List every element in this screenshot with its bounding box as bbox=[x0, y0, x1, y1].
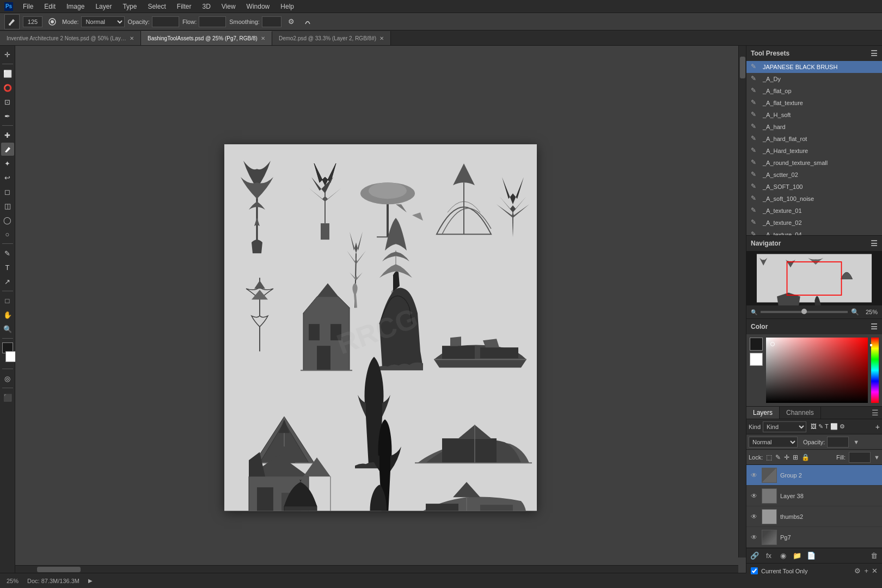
add-mask-icon[interactable]: ◉ bbox=[778, 551, 788, 561]
layers-panel-menu[interactable]: ☰ bbox=[872, 408, 879, 417]
quick-mask-button[interactable]: ◎ bbox=[1, 372, 14, 385]
zoom-slider[interactable] bbox=[761, 311, 848, 313]
mode-select[interactable]: Normal bbox=[81, 16, 125, 27]
opacity-arrow[interactable]: ▼ bbox=[853, 439, 859, 445]
footer-icon-1[interactable]: ⚙ bbox=[854, 567, 861, 575]
preset-item-1[interactable]: ✎ _A_Dy bbox=[746, 73, 882, 85]
lock-position-icon[interactable]: ✛ bbox=[784, 454, 789, 461]
zoom-out-icon[interactable]: 🔍 bbox=[751, 309, 757, 315]
color-gradient[interactable] bbox=[766, 338, 868, 403]
type-tool[interactable]: T bbox=[1, 261, 14, 274]
opacity-input-layers[interactable]: 100% bbox=[827, 437, 849, 448]
foreground-color-swatch[interactable] bbox=[750, 338, 763, 351]
path-select-tool[interactable]: ↗ bbox=[1, 275, 14, 288]
menu-help[interactable]: Help bbox=[276, 2, 298, 11]
layer-visibility-1[interactable]: 👁 bbox=[750, 492, 758, 500]
canvas-content[interactable]: RRCG bbox=[224, 144, 537, 511]
horizontal-scrollbar[interactable] bbox=[15, 565, 738, 573]
footer-icon-3[interactable]: ✕ bbox=[872, 567, 878, 575]
panel-menu-icon[interactable]: ☰ bbox=[871, 49, 878, 58]
navigator-menu-icon[interactable]: ☰ bbox=[871, 239, 878, 248]
add-layer-icon[interactable]: + bbox=[875, 422, 880, 431]
clone-stamp-tool[interactable]: ✦ bbox=[1, 157, 14, 170]
layer-visibility-3[interactable]: 👁 bbox=[750, 533, 758, 542]
preset-item-12[interactable]: ✎ _A_texture_01 bbox=[746, 205, 882, 217]
layer-item-3[interactable]: 👁 Pg7 bbox=[746, 527, 882, 548]
tab-0-close[interactable]: ✕ bbox=[130, 35, 134, 41]
tab-2[interactable]: Demo2.psd @ 33.3% (Layer 2, RGB/8#) ✕ bbox=[272, 31, 391, 45]
menu-file[interactable]: File bbox=[19, 2, 38, 11]
tool-presets-header[interactable]: Tool Presets ☰ bbox=[746, 46, 882, 61]
lasso-tool[interactable]: ⭕ bbox=[1, 81, 14, 94]
brush-tool[interactable] bbox=[1, 143, 14, 156]
marquee-tool[interactable]: ⬜ bbox=[1, 67, 14, 80]
menu-select[interactable]: Select bbox=[143, 2, 170, 11]
background-color[interactable] bbox=[5, 351, 16, 362]
menu-window[interactable]: Window bbox=[242, 2, 274, 11]
preset-item-8[interactable]: ✎ _A_round_texture_small bbox=[746, 157, 882, 169]
delete-layer-icon[interactable]: 🗑 bbox=[869, 551, 879, 561]
blend-mode-select[interactable]: Normal bbox=[749, 437, 798, 448]
blur-tool[interactable]: ◯ bbox=[1, 213, 14, 226]
lock-artboard-icon[interactable]: ⊞ bbox=[793, 454, 798, 461]
brush-tool-button[interactable] bbox=[4, 14, 20, 29]
kind-select[interactable]: Kind bbox=[763, 421, 806, 432]
background-color-swatch[interactable] bbox=[750, 353, 763, 366]
flow-input[interactable]: 100% bbox=[199, 16, 226, 27]
pen-tool[interactable]: ✎ bbox=[1, 247, 14, 260]
eraser-tool[interactable]: ◻ bbox=[1, 185, 14, 198]
menu-layer[interactable]: Layer bbox=[91, 2, 116, 11]
fill-arrow[interactable]: ▼ bbox=[874, 454, 880, 461]
gradient-tool[interactable]: ◫ bbox=[1, 199, 14, 212]
dodge-tool[interactable]: ○ bbox=[1, 228, 14, 241]
current-tool-checkbox[interactable] bbox=[751, 567, 758, 574]
smoothing-input[interactable]: 0% bbox=[262, 16, 281, 27]
zoom-in-icon[interactable]: 🔍 bbox=[851, 308, 859, 316]
tab-2-close[interactable]: ✕ bbox=[379, 35, 384, 41]
tab-layers[interactable]: Layers bbox=[746, 407, 780, 419]
crop-tool[interactable]: ⊡ bbox=[1, 95, 14, 108]
preset-item-13[interactable]: ✎ _A_texture_02 bbox=[746, 217, 882, 229]
hand-tool[interactable]: ✋ bbox=[1, 308, 14, 321]
preset-item-2[interactable]: ✎ _A_flat_op bbox=[746, 85, 882, 97]
preset-item-3[interactable]: ✎ _A_flat_texture bbox=[746, 97, 882, 109]
shape-tool[interactable]: □ bbox=[1, 294, 14, 307]
history-brush-tool[interactable]: ↩ bbox=[1, 171, 14, 184]
preset-item-4[interactable]: ✎ _A_H_soft bbox=[746, 109, 882, 121]
menu-3d[interactable]: 3D bbox=[198, 2, 215, 11]
vertical-scrollbar[interactable] bbox=[738, 46, 746, 558]
footer-icon-2[interactable]: + bbox=[864, 567, 868, 575]
color-header[interactable]: Color ☰ bbox=[746, 319, 882, 334]
lock-all-icon[interactable]: 🔒 bbox=[801, 454, 810, 461]
fill-input[interactable]: 100% bbox=[849, 452, 871, 463]
preset-item-7[interactable]: ✎ _A_Hard_texture bbox=[746, 145, 882, 157]
layer-item-2[interactable]: 👁 thumbs2 bbox=[746, 506, 882, 527]
pressure-button[interactable] bbox=[301, 15, 314, 28]
preset-item-6[interactable]: ✎ _A_hard_flat_rot bbox=[746, 133, 882, 145]
zoom-tool[interactable]: 🔍 bbox=[1, 322, 14, 335]
tab-1-close[interactable]: ✕ bbox=[261, 35, 265, 41]
menu-view[interactable]: View bbox=[217, 2, 240, 11]
preset-item-0[interactable]: ✎ JAPANESE BLACK BRUSH bbox=[746, 61, 882, 73]
preset-item-9[interactable]: ✎ _A_sctter_02 bbox=[746, 169, 882, 181]
menu-edit[interactable]: Edit bbox=[40, 2, 60, 11]
tab-1[interactable]: BashingToolAssets.psd @ 25% (Pg7, RGB/8)… bbox=[141, 31, 272, 45]
color-hue-bar[interactable] bbox=[871, 338, 879, 403]
healing-brush-tool[interactable]: ✚ bbox=[1, 128, 14, 142]
brush-hardness-button[interactable] bbox=[46, 15, 59, 28]
menu-image[interactable]: Image bbox=[62, 2, 89, 11]
add-style-icon[interactable]: fx bbox=[764, 551, 774, 561]
opacity-input[interactable]: 100% bbox=[152, 16, 179, 27]
new-layer-icon[interactable]: 📄 bbox=[806, 551, 816, 561]
lock-transparent-icon[interactable]: ⬚ bbox=[766, 454, 772, 461]
smoothing-settings-button[interactable]: ⚙ bbox=[285, 15, 298, 28]
new-group-icon[interactable]: 📁 bbox=[792, 551, 802, 561]
link-layers-icon[interactable]: 🔗 bbox=[750, 551, 759, 561]
tab-channels[interactable]: Channels bbox=[780, 407, 821, 419]
tab-0[interactable]: Inventive Architecture 2 Notes.psd @ 50%… bbox=[0, 31, 141, 45]
color-menu-icon[interactable]: ☰ bbox=[871, 322, 878, 331]
layer-item-0[interactable]: 👁 Group 2 bbox=[746, 465, 882, 486]
layer-visibility-2[interactable]: 👁 bbox=[750, 512, 758, 521]
eyedropper-tool[interactable]: ✒ bbox=[1, 109, 14, 122]
menu-filter[interactable]: Filter bbox=[173, 2, 196, 11]
